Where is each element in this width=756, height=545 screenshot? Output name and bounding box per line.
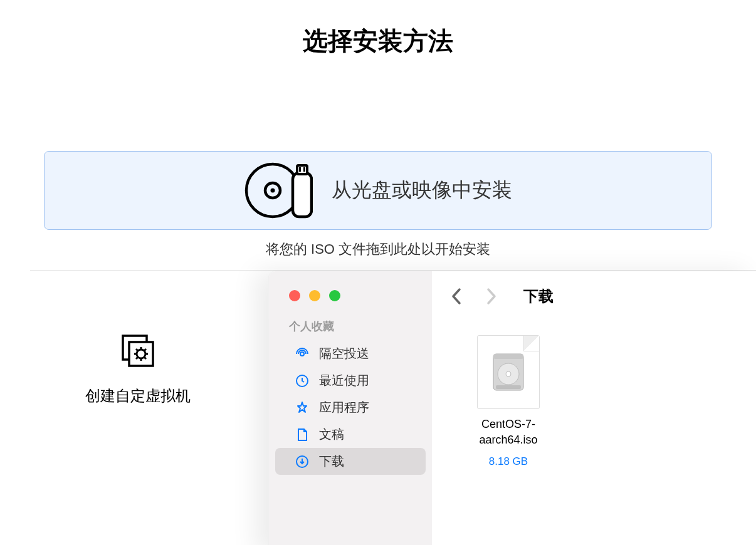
minimize-window-button[interactable] xyxy=(309,290,320,301)
finder-sidebar: 个人收藏 隔空投送 最近使用 xyxy=(269,271,432,545)
finder-toolbar: 下载 xyxy=(447,286,742,324)
create-custom-vm-option[interactable]: 创建自定虚拟机 xyxy=(0,271,276,406)
sidebar-item-downloads[interactable]: 下载 xyxy=(275,448,426,475)
sidebar-item-label: 文稿 xyxy=(319,426,344,443)
svg-rect-5 xyxy=(299,167,301,172)
svg-rect-8 xyxy=(129,342,153,366)
svg-point-24 xyxy=(506,371,511,376)
file-name-line2: aarch64.iso xyxy=(479,432,537,448)
sidebar-item-label: 最近使用 xyxy=(319,372,369,389)
svg-line-17 xyxy=(144,349,146,351)
svg-line-14 xyxy=(136,349,138,351)
drag-iso-hint: 将您的 ISO 文件拖到此处以开始安装 xyxy=(0,240,756,259)
svg-point-2 xyxy=(271,189,275,193)
svg-line-16 xyxy=(136,357,138,359)
svg-line-15 xyxy=(144,357,146,359)
sidebar-item-label: 隔空投送 xyxy=(319,345,369,362)
sidebar-item-applications[interactable]: 应用程序 xyxy=(275,394,426,421)
sidebar-item-label: 下载 xyxy=(319,453,344,470)
svg-rect-25 xyxy=(496,385,521,389)
install-from-disc-option[interactable]: 从光盘或映像中安装 xyxy=(44,151,712,230)
sidebar-item-airdrop[interactable]: 隔空投送 xyxy=(275,340,426,367)
finder-location-title: 下载 xyxy=(523,286,554,306)
custom-vm-icon xyxy=(120,333,155,368)
airdrop-icon xyxy=(294,346,310,362)
sidebar-item-documents[interactable]: 文稿 xyxy=(275,421,426,448)
svg-rect-6 xyxy=(303,167,305,172)
nav-forward-button[interactable] xyxy=(482,287,501,306)
svg-rect-4 xyxy=(297,165,307,174)
maximize-window-button[interactable] xyxy=(329,290,340,301)
sidebar-section-favorites: 个人收藏 xyxy=(269,319,432,334)
page-title: 选择安装方法 xyxy=(0,0,756,58)
file-name-line1: CentOS-7- xyxy=(479,417,537,432)
document-icon xyxy=(294,427,310,443)
close-window-button[interactable] xyxy=(289,290,300,301)
finder-main: 下载 CentOS-7- aarch6 xyxy=(432,271,756,545)
window-controls xyxy=(269,284,432,319)
custom-vm-label: 创建自定虚拟机 xyxy=(85,386,191,406)
svg-rect-22 xyxy=(493,354,523,359)
iso-file-icon xyxy=(477,335,540,409)
sidebar-item-label: 应用程序 xyxy=(319,399,369,416)
file-item-iso[interactable]: CentOS-7- aarch64.iso 8.18 GB xyxy=(458,335,559,468)
applications-icon xyxy=(294,400,310,416)
nav-back-button[interactable] xyxy=(447,287,466,306)
sidebar-item-recents[interactable]: 最近使用 xyxy=(275,367,426,394)
file-size: 8.18 GB xyxy=(489,455,528,468)
download-icon xyxy=(294,454,310,470)
svg-rect-3 xyxy=(293,173,312,217)
clock-icon xyxy=(294,373,310,389)
disc-usb-icon xyxy=(244,162,313,219)
svg-point-18 xyxy=(300,352,304,356)
finder-window: 个人收藏 隔空投送 最近使用 xyxy=(268,271,756,545)
install-option-label: 从光盘或映像中安装 xyxy=(332,177,512,204)
